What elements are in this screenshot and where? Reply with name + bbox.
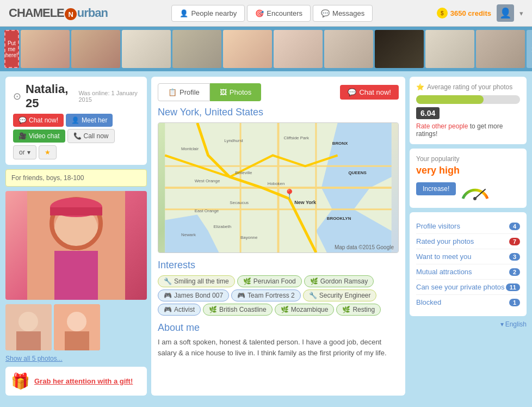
gift-box: 🎁 Grab her attention with a gift!: [5, 367, 147, 396]
map-area: Montclair Lyndhurst West Orange Bellevil…: [158, 122, 399, 253]
star-button[interactable]: ★: [39, 145, 57, 159]
action-buttons: 💬 Chat now! 👤 Meet her 🎥 Video chat 📞 Ca…: [13, 114, 139, 159]
placeholder-line2: here!: [5, 52, 18, 58]
show-all-photos[interactable]: Show all 5 photos...: [5, 355, 147, 362]
tab-photos-button[interactable]: 🖼 Photos: [210, 83, 261, 101]
stats-item[interactable]: Want to meet you3: [416, 249, 520, 264]
interest-tag[interactable]: 🔧Smiling all the time: [158, 275, 235, 287]
interest-tag[interactable]: 🌿Peruvian Food: [237, 275, 302, 287]
svg-rect-11: [65, 331, 89, 350]
people-icon: 👤: [180, 9, 188, 17]
profile-tab-icon: 📋: [168, 88, 177, 96]
interest-tag[interactable]: 🌿Gordon Ramsay: [304, 275, 374, 287]
thumb-2[interactable]: [54, 304, 100, 350]
strip-photo-3[interactable]: [122, 30, 171, 68]
tag-label: Gordon Ramsay: [320, 278, 368, 285]
call-now-button[interactable]: 📞 Call now: [67, 129, 115, 143]
language-label: English: [505, 320, 527, 328]
stats-item[interactable]: Can see your private photos11: [416, 280, 520, 295]
avg-rating-title: ⭐ Average rating of your photos: [416, 83, 520, 91]
online-status: Was online: 1 January 2015: [78, 90, 139, 103]
video-chat-button[interactable]: 🎥 Video chat: [13, 130, 65, 143]
header-right: $ 3650 credits 👤 ▾: [437, 4, 523, 22]
chat-now-button[interactable]: 💬 Chat now!: [13, 114, 64, 127]
interest-tag[interactable]: 🔧Security Engineer: [303, 289, 377, 301]
tag-label: Security Engineer: [319, 292, 371, 299]
user-menu-dropdown[interactable]: ▾: [519, 9, 523, 17]
stats-item[interactable]: Rated your photos7: [416, 234, 520, 249]
stats-count: 1: [509, 299, 520, 306]
stats-label: Want to meet you: [416, 252, 471, 261]
svg-text:Belleville: Belleville: [235, 170, 252, 175]
about-text: I am a soft spoken, honest & talented pe…: [158, 337, 399, 358]
svg-text:Montclair: Montclair: [181, 146, 199, 151]
center-chat-icon: 💬: [348, 88, 356, 96]
language-selector[interactable]: ▾ English: [410, 320, 527, 328]
strip-photo-6[interactable]: [274, 30, 323, 68]
center-chat-now-button[interactable]: 💬 Chat now!: [340, 85, 399, 100]
strip-photo-1[interactable]: [21, 30, 70, 68]
nav-encounters[interactable]: 🎯 Encounters: [247, 5, 311, 22]
logo-text: CHAMELENurban: [9, 6, 108, 21]
rating-bar-bg: [416, 95, 520, 104]
strip-photo-2[interactable]: [71, 30, 120, 68]
main-photo-svg: [27, 191, 125, 300]
tag-icon: 🔧: [309, 292, 317, 299]
interests-tags: 🔧Smiling all the time🌿Peruvian Food🌿Gord…: [158, 275, 399, 316]
video-icon: 🎥: [18, 132, 27, 140]
back-button[interactable]: ⊙: [13, 90, 21, 102]
strip-photo-9[interactable]: [425, 30, 474, 68]
svg-text:QUEENS: QUEENS: [348, 170, 366, 175]
nav-people-nearby[interactable]: 👤 People nearby: [171, 5, 245, 22]
tag-icon: 🎮: [237, 292, 245, 299]
credits-amount: 3650 credits: [450, 9, 491, 17]
user-avatar[interactable]: 👤: [497, 4, 514, 22]
increase-button[interactable]: Increase!: [416, 182, 456, 195]
rate-others-link[interactable]: Rate other people: [416, 122, 468, 130]
stats-item[interactable]: Blocked1: [416, 295, 520, 310]
interest-tag[interactable]: 🌿Resting: [336, 304, 381, 316]
strip-photo-4[interactable]: [172, 30, 221, 68]
interest-tag[interactable]: 🎮Team Fortress 2: [231, 289, 301, 301]
svg-text:Bayonne: Bayonne: [240, 235, 258, 240]
stats-item[interactable]: Mutual attractions2: [416, 264, 520, 280]
interest-tag[interactable]: 🎮James Bond 007: [158, 289, 229, 301]
stats-label: Rated your photos: [416, 237, 474, 245]
tag-icon: 🔧: [164, 278, 172, 285]
strip-photo-5[interactable]: [223, 30, 272, 68]
map-svg: Montclair Lyndhurst West Orange Bellevil…: [158, 123, 398, 252]
meet-her-button[interactable]: 👤 Meet her: [66, 114, 113, 127]
svg-text:East Orange: East Orange: [195, 208, 219, 213]
tag-label: Smiling all the time: [174, 278, 229, 285]
strip-photo-10[interactable]: [476, 30, 525, 68]
main-content: ⊙ Natalia, 25 Was online: 1 January 2015…: [0, 71, 532, 401]
photos-tab-icon: 🖼: [220, 88, 227, 96]
popularity-controls: Increase!: [416, 180, 520, 201]
credits-coin-icon: $: [437, 8, 448, 18]
nav-messages[interactable]: 💬 Messages: [313, 5, 373, 22]
tag-label: Activist: [174, 306, 195, 313]
strip-photo-8[interactable]: [375, 30, 424, 68]
interest-tag[interactable]: 🎮Activist: [158, 304, 201, 316]
left-panel: ⊙ Natalia, 25 Was online: 1 January 2015…: [5, 77, 147, 396]
svg-rect-2: [54, 251, 98, 300]
svg-text:📍: 📍: [283, 188, 296, 200]
thumb-1[interactable]: [5, 304, 52, 350]
svg-text:Hoboken: Hoboken: [268, 181, 285, 186]
main-photo-display: [5, 191, 147, 300]
gift-text[interactable]: Grab her attention with a gift!: [34, 377, 133, 385]
tab-profile-button[interactable]: 📋 Profile: [158, 83, 210, 101]
popularity-value: very high: [416, 165, 520, 176]
svg-rect-5: [50, 207, 102, 215]
stats-list: Profile visitors4Rated your photos7Want …: [416, 219, 520, 310]
strip-next-arrow[interactable]: ›: [527, 30, 532, 68]
interest-tag[interactable]: 🌿British Coastline: [203, 304, 273, 316]
stats-item[interactable]: Profile visitors4: [416, 219, 520, 234]
strip-photo-placeholder[interactable]: Put me here!: [4, 30, 19, 68]
stats-count: 4: [509, 223, 520, 230]
encounters-icon: 🎯: [255, 9, 264, 17]
center-tabs-row: 📋 Profile 🖼 Photos 💬 Chat now!: [158, 83, 399, 101]
or-button[interactable]: or ▾: [13, 145, 36, 159]
strip-photo-7[interactable]: [324, 30, 373, 68]
interest-tag[interactable]: 🌿Mozambique: [275, 304, 335, 316]
